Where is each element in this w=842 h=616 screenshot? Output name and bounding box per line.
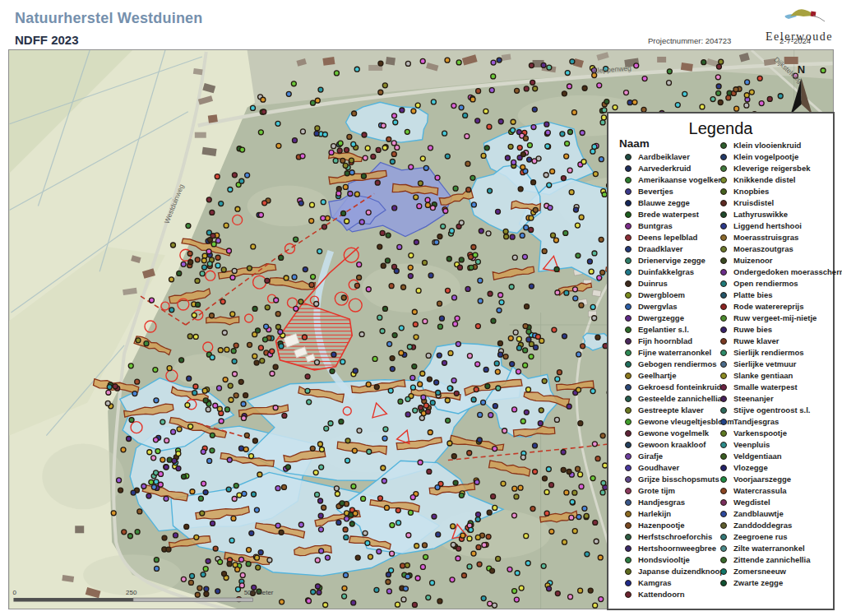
legend-item: Aardbeiklaver: [625, 151, 734, 163]
species-marker-icon: [625, 476, 632, 483]
species-marker-icon: [720, 280, 727, 287]
legend-item-label: Egelantier s.l.: [638, 324, 689, 336]
scale-start-label: 0: [12, 589, 16, 596]
legend-item-label: Gesteelde zannichellia: [638, 393, 722, 405]
legend-item-label: Stijve ogentroost s.l.: [733, 405, 810, 416]
legend-item: Gekroesd fonteinkruid: [625, 382, 734, 393]
legend-item: Dwergzegge: [625, 313, 734, 324]
legend-item: Grote tijm: [625, 485, 734, 497]
legend-item: Zandblauwtje: [720, 508, 842, 520]
species-marker-icon: [720, 465, 727, 471]
species-marker-icon: [720, 407, 727, 414]
species-marker-icon: [625, 188, 632, 195]
legend-item: Drienervige zegge: [625, 255, 734, 266]
species-marker-icon: [625, 361, 632, 368]
legend-item-label: Herfstschroeforchis: [638, 531, 712, 543]
legend-item: Sierlijke vetmuur: [720, 359, 842, 370]
legend-item-label: Liggend hertshooi: [733, 220, 802, 232]
species-marker-icon: [720, 442, 727, 448]
species-marker-icon: [720, 419, 727, 425]
legend-item: Aarvederkruid: [625, 163, 734, 174]
legend-item-label: Grijze bisschopsmuts: [638, 474, 719, 485]
legend-item-label: Buntgras: [638, 220, 673, 232]
legend-item: Herfstschroeforchis: [625, 531, 734, 543]
legend-item-label: Fijn hoornblad: [638, 336, 692, 347]
species-marker-icon: [720, 211, 727, 218]
legend-item: Handjesgras: [625, 497, 734, 508]
legend-item-label: Knikkende distel: [733, 174, 796, 186]
species-marker-icon: [625, 280, 632, 287]
legend-item: Duinrus: [625, 278, 734, 289]
legend-item-label: Platte bies: [733, 289, 773, 301]
legend-item-label: Veldgentiaan: [733, 451, 782, 462]
legend-item: Kamgras: [625, 577, 734, 589]
legend-item-label: Amerikaanse vogelkers: [638, 174, 725, 186]
legend-item: Zwarte zegge: [720, 577, 842, 589]
legend-item: Blauwe zegge: [625, 197, 734, 209]
legend-item-label: Zanddoddegras: [733, 520, 792, 531]
scale-end-label: 500 meter: [244, 589, 274, 596]
species-marker-icon: [625, 154, 632, 160]
species-marker-icon: [625, 568, 632, 575]
species-marker-icon: [625, 292, 632, 299]
legend-item-label: Varkenspootje: [733, 428, 787, 439]
legend-item-label: Kamgras: [638, 577, 672, 589]
species-marker-icon: [625, 257, 632, 264]
species-marker-icon: [625, 177, 632, 183]
legend-item: Lathyruswikke: [720, 209, 842, 220]
species-marker-icon: [625, 165, 632, 172]
legend-item-label: Lathyruswikke: [733, 209, 788, 220]
legend-item: Knikkende distel: [720, 174, 842, 186]
legend-item-label: Bevertjes: [638, 186, 673, 197]
legend-item: Grijze bisschopsmuts: [625, 474, 734, 485]
legend-item: Kattendoorn: [625, 589, 734, 600]
legend-item: Dwergvlas: [625, 301, 734, 313]
species-marker-icon: [625, 465, 632, 471]
legend-item: Zeegroene rus: [720, 531, 842, 543]
legend-item: Japanse duizendknoop: [625, 566, 734, 577]
legend-header: Naam: [619, 137, 650, 150]
report-page: Natuurherstel Westduinen NDFF 2023 Proje…: [0, 0, 842, 616]
species-marker-icon: [720, 177, 727, 183]
species-marker-icon: [625, 234, 632, 241]
species-marker-icon: [625, 591, 632, 598]
legend-item: Kruisdistel: [720, 197, 842, 209]
legend-item: Sierlijk rendiermos: [720, 347, 842, 359]
legend-item: Brede waterpest: [625, 209, 734, 220]
species-marker-icon: [720, 292, 727, 299]
species-marker-icon: [720, 200, 727, 206]
species-marker-icon: [720, 568, 727, 575]
brand-logo: Eelerwoude: [761, 5, 837, 44]
legend-item: Gewone vogelmelk: [625, 428, 734, 439]
legend-panel: Legenda Naam AardbeiklaverAarvederkruidA…: [607, 112, 835, 610]
legend-item-label: Fijne waterranonkel: [638, 347, 711, 359]
legend-item: Watercrassula: [720, 485, 842, 497]
species-marker-icon: [625, 499, 632, 506]
legend-item-label: Ruwe bies: [733, 324, 772, 336]
species-marker-icon: [720, 557, 727, 563]
legend-item: Gewoon kraakloof: [625, 439, 734, 451]
legend-item: Harlekijn: [625, 508, 734, 520]
legend-item: Fijn hoornblad: [625, 336, 734, 347]
legend-item-label: Voorjaarszegge: [733, 474, 791, 485]
legend-item: Moeraszoutgras: [720, 243, 842, 255]
legend-item-label: Vlozegge: [733, 462, 768, 474]
legend-item-label: Duinrus: [638, 278, 668, 289]
legend-item: Smalle waterpest: [720, 382, 842, 393]
legend-item: Ruwe bies: [720, 324, 842, 336]
legend-item: Zilte waterranonkel: [720, 543, 842, 554]
legend-item-label: Zittende zannichellia: [733, 554, 810, 566]
legend-item-label: Ondergedoken moerasscherm: [733, 266, 842, 278]
species-marker-icon: [625, 246, 632, 252]
species-marker-icon: [720, 327, 727, 333]
legend-item: Egelantier s.l.: [625, 324, 734, 336]
legend-item: Gewone vleugeltjesbloem: [625, 416, 734, 428]
legend-item: Steenanjer: [720, 393, 842, 405]
legend-item-label: Gebogen rendiermos: [638, 359, 717, 370]
species-marker-icon: [720, 165, 727, 172]
legend-item: Moerasstruisgras: [720, 232, 842, 243]
legend-item: Muizenoor: [720, 255, 842, 266]
legend-item: Voorjaarszegge: [720, 474, 842, 485]
legend-item: Liggend hertshooi: [720, 220, 842, 232]
legend-item: Wegdistel: [720, 497, 842, 508]
